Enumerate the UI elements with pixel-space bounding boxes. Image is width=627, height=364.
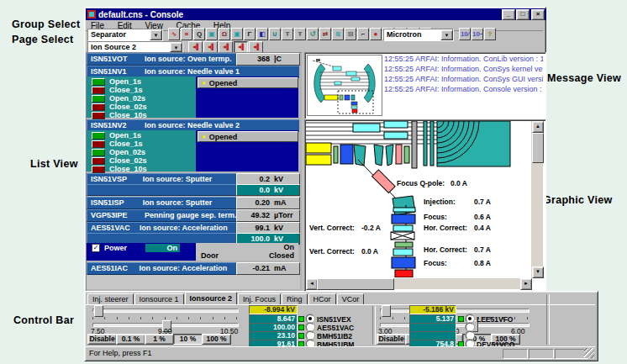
power-checkbox[interactable]: ✓ xyxy=(92,244,100,252)
list-item-isn51nv1[interactable]: ISN51NV1 Ion source: Needle valve 1 Open… xyxy=(87,66,300,118)
extraction-element[interactable] xyxy=(384,132,408,139)
valve-b-icon[interactable]: Ŧ xyxy=(294,28,306,40)
injection-element[interactable] xyxy=(393,208,415,212)
bending-magnet[interactable] xyxy=(306,143,331,153)
graphic-hscrollbar[interactable]: ◄ ► xyxy=(306,278,531,289)
slit-element[interactable] xyxy=(386,145,393,166)
page-prev-icon[interactable]: ◄▌ xyxy=(203,41,218,53)
septum-element[interactable] xyxy=(412,121,417,168)
list-item-aes51iac[interactable]: AES51IAC Ion source: Acceleration curre … xyxy=(87,262,300,274)
corrector-pair[interactable] xyxy=(393,249,413,256)
slit-element[interactable] xyxy=(354,145,366,166)
close-02s-button[interactable] xyxy=(92,157,105,165)
magnet-icon[interactable]: Ω xyxy=(219,28,230,40)
chevron-down-icon[interactable]: ▼ xyxy=(440,29,453,40)
minimize-button[interactable]: _ xyxy=(502,9,515,20)
scroll-up-icon[interactable]: ▲ xyxy=(532,121,544,133)
beamline-canvas[interactable]: Focus Q-pole:0.0 A Injection:0.7 A Focus… xyxy=(306,121,531,277)
channel-radio-2[interactable] xyxy=(466,323,474,331)
tab-hcor[interactable]: HCor xyxy=(308,293,336,304)
scroll-left-icon[interactable]: ◄ xyxy=(306,278,318,290)
list-item-isn51vsp[interactable]: ISN51VSP Ion source: Sputter voltage 0.2… xyxy=(87,173,300,195)
close-1s-button[interactable] xyxy=(92,87,105,94)
help-icon[interactable]: ? xyxy=(484,28,496,40)
page-first-icon[interactable]: ◄▌ xyxy=(188,41,203,53)
channel-radio-lee51vfo[interactable] xyxy=(466,314,474,323)
tab-inj-steerer[interactable]: Inj. steerer xyxy=(87,293,134,304)
inflector-element[interactable] xyxy=(393,196,415,215)
open-1s-button[interactable] xyxy=(92,132,105,140)
step-10pct-button[interactable]: 10 % xyxy=(173,334,203,345)
trend1-icon[interactable]: 10∕ xyxy=(459,28,471,40)
corrector-pair[interactable] xyxy=(393,225,413,231)
step-100pct-button[interactable]: 100 % xyxy=(202,334,231,345)
channel-radio-bmh51ib2[interactable] xyxy=(306,331,314,340)
injection-magnet[interactable] xyxy=(372,170,396,193)
right-coarse-thumb[interactable] xyxy=(382,305,391,317)
extraction-element[interactable] xyxy=(353,124,380,132)
slit-element[interactable] xyxy=(374,145,383,166)
focus-quad[interactable] xyxy=(392,257,415,268)
list-item-aes51vac[interactable]: AES51VAC Ion source: Acceleration volta … xyxy=(87,222,300,261)
slit-icon[interactable]: ⊟ xyxy=(345,28,356,40)
close-10s-button[interactable] xyxy=(92,112,105,119)
chevron-down-icon[interactable]: ▼ xyxy=(150,29,162,40)
channel-element[interactable] xyxy=(424,121,427,166)
section-select-combo[interactable]: Microtron ▼ xyxy=(383,29,454,41)
tab-ring[interactable]: Ring xyxy=(282,293,308,304)
stop-icon[interactable]: ● xyxy=(370,28,382,40)
dipole-icon[interactable]: ∪ xyxy=(269,28,281,40)
left-coarse-thumb[interactable] xyxy=(94,305,103,317)
wave-icon[interactable]: ≋ xyxy=(332,28,344,40)
step-0-1pct-button[interactable]: 0.1 % xyxy=(116,334,145,345)
corrector-element[interactable] xyxy=(404,146,409,163)
close-button[interactable]: × xyxy=(531,9,545,20)
list-item-isn51vot[interactable]: ISN51VOT Ion source: Oven termp. 368 |C xyxy=(87,53,300,65)
scope-icon[interactable]: Γ xyxy=(244,28,256,40)
disable-button[interactable]: Disable xyxy=(377,334,406,345)
select-icon[interactable]: ◧ xyxy=(256,28,268,40)
valve-a-icon[interactable]: Ŧ xyxy=(282,28,293,40)
maximize-button[interactable]: □ xyxy=(516,9,530,20)
graphic-vscrollbar[interactable]: ▲ ▼ xyxy=(531,121,543,278)
list-item-isn51isp[interactable]: ISN51ISP Ion source: Sputter current 0.2… xyxy=(87,197,300,208)
focus-quad[interactable] xyxy=(392,214,415,224)
ion-source-element[interactable] xyxy=(395,270,413,277)
corrector-element[interactable] xyxy=(334,146,338,163)
open-02s-button[interactable] xyxy=(92,95,105,103)
rotate-icon[interactable]: ↺ xyxy=(307,28,319,40)
page-current-icon[interactable]: ◄▌ xyxy=(234,41,248,53)
bending-magnet[interactable] xyxy=(306,155,331,165)
ammeter-icon[interactable]: ▣ xyxy=(206,28,218,40)
hmagnet-icon[interactable]: ⇄ xyxy=(319,28,331,40)
left-slider-coarse[interactable] xyxy=(92,309,239,313)
tab-inj-focus[interactable]: Inj. Focus xyxy=(238,293,281,304)
separator-icon[interactable]: ∿ xyxy=(168,28,180,40)
chevron-down-icon[interactable]: ▼ xyxy=(170,42,182,52)
page-goto-icon[interactable]: ◄▌ xyxy=(219,41,233,53)
quadrupole-element[interactable] xyxy=(340,145,353,164)
corner-icon[interactable]: ⌐ xyxy=(357,28,369,40)
list-item-isn51nv2[interactable]: ISN51NV2 Ion source: Needle valve 2 Open… xyxy=(87,119,300,171)
close-1s-button[interactable] xyxy=(92,140,105,148)
extraction-element[interactable] xyxy=(384,121,408,128)
open-1s-button[interactable] xyxy=(92,78,105,86)
trend2-icon[interactable]: 10− xyxy=(472,28,483,40)
corrector-element[interactable] xyxy=(395,242,413,247)
tab-ionsource-2[interactable]: Ionsource 2 xyxy=(185,292,238,304)
overview-thumbnail[interactable] xyxy=(307,55,382,116)
channel-radio-3[interactable] xyxy=(466,331,474,340)
setpoint-value[interactable]: 0.0 kV xyxy=(236,184,300,196)
open-02s-button[interactable] xyxy=(92,149,105,156)
page-next-icon[interactable]: ◄▌ xyxy=(249,41,263,53)
vscroll-thumb[interactable] xyxy=(532,133,544,163)
scroll-right-icon[interactable]: ► xyxy=(520,278,532,290)
tab-ionsource-1[interactable]: Ionsource 1 xyxy=(134,293,184,304)
zoom-icon[interactable]: Q xyxy=(193,28,205,40)
crossed-element[interactable] xyxy=(391,232,414,240)
close-02s-button[interactable] xyxy=(92,103,105,111)
monitor-element[interactable] xyxy=(396,145,402,164)
tab-vcor[interactable]: VCor xyxy=(337,293,365,304)
meter-icon[interactable]: ▣ xyxy=(231,28,243,40)
close-10s-button[interactable] xyxy=(92,166,105,173)
